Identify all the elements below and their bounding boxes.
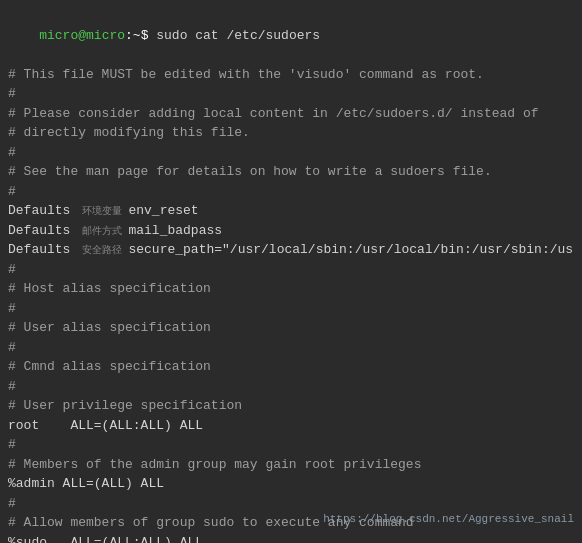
line-comment5: # User alias specification	[8, 318, 574, 338]
line-comment8: # Members of the admin group may gain ro…	[8, 455, 574, 475]
line-comment2a: # Please consider adding local content i…	[8, 104, 574, 124]
prompt-separator: :~$	[125, 28, 156, 43]
line-blank9: #	[8, 494, 574, 514]
line-comment1: # This file MUST be edited with the 'vis…	[8, 65, 574, 85]
line-blank2: #	[8, 143, 574, 163]
prompt-command: sudo cat /etc/sudoers	[156, 28, 320, 43]
terminal-window: micro@micro:~$ sudo cat /etc/sudoers # T…	[0, 0, 582, 543]
line-admin: %admin ALL=(ALL) ALL	[8, 474, 574, 494]
prompt-user: micro@micro	[39, 28, 125, 43]
line-comment7: # User privilege specification	[8, 396, 574, 416]
line-blank5: #	[8, 299, 574, 319]
line-defaults3: Defaults 安全路径 secure_path="/usr/local/sb…	[8, 240, 574, 260]
line-comment4: # Host alias specification	[8, 279, 574, 299]
line-sudo: %sudo ALL=(ALL:ALL) ALL	[8, 533, 574, 544]
line-defaults1: Defaults 环境变量 env_reset	[8, 201, 574, 221]
line-root: root ALL=(ALL:ALL) ALL	[8, 416, 574, 436]
line-blank7: #	[8, 377, 574, 397]
line-comment3: # See the man page for details on how to…	[8, 162, 574, 182]
line-blank8: #	[8, 435, 574, 455]
watermark: https://blog.csdn.net/Aggressive_snail	[323, 513, 574, 525]
prompt-line: micro@micro:~$ sudo cat /etc/sudoers	[8, 6, 574, 65]
line-defaults2: Defaults 邮件方式 mail_badpass	[8, 221, 574, 241]
line-blank3: #	[8, 182, 574, 202]
line-comment2b: # directly modifying this file.	[8, 123, 574, 143]
line-blank6: #	[8, 338, 574, 358]
line-blank1: #	[8, 84, 574, 104]
line-comment6: # Cmnd alias specification	[8, 357, 574, 377]
line-blank4: #	[8, 260, 574, 280]
